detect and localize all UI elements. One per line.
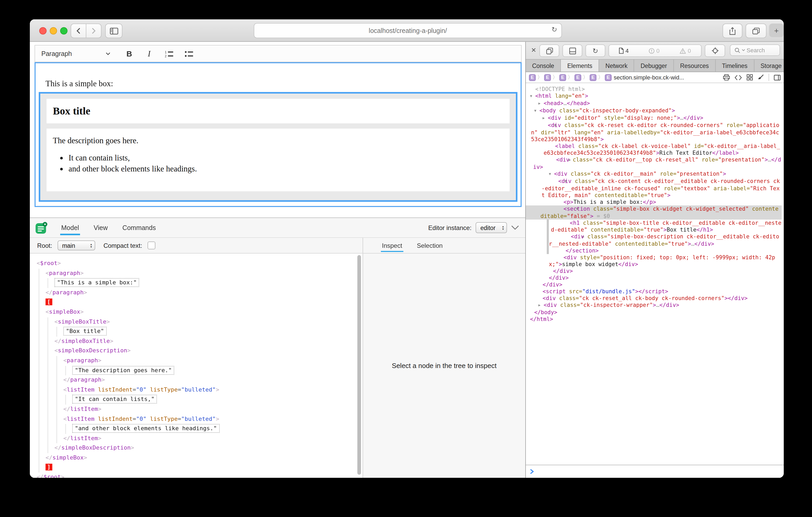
dom-tree-line[interactable]: <label class="ck ck-label ck-voice-label… — [526, 143, 782, 156]
dom-tree-line[interactable]: <script src="dist/bundle.js"></script> — [526, 288, 782, 295]
model-tree-line[interactable]: <paragraph> — [30, 356, 362, 366]
element-badge-icon[interactable]: E — [559, 74, 566, 81]
dom-tree-line[interactable]: <p>This is a simple box:</p> — [526, 199, 782, 206]
model-tree-line[interactable]: </listItem> — [30, 434, 362, 443]
devtools-tab-resources[interactable]: Resources — [674, 60, 716, 71]
dom-tree-line[interactable]: <div class="ck ck-reset_all ck-body ck-r… — [526, 295, 782, 302]
box-list[interactable]: It can contain lists,and other block ele… — [53, 153, 510, 174]
address-bar[interactable]: localhost/creating-a-plugin/ ↻ — [254, 23, 562, 38]
dom-tree-line[interactable]: ▼<section class="simple-box ck-widget ck… — [526, 206, 782, 219]
sidebar-toggle-button[interactable] — [105, 24, 122, 38]
source-code-icon[interactable] — [734, 74, 742, 80]
disclosure-open-icon[interactable]: ▼ — [543, 122, 548, 129]
editor-instance-select[interactable]: editor ▲▼ — [476, 222, 507, 233]
dom-tree-line[interactable]: ▼<div class="ck ck-editor__main" role="p… — [526, 171, 782, 178]
inspector-tab-commands[interactable]: Commands — [115, 218, 163, 237]
details-sidebar-toggle-icon[interactable] — [774, 74, 781, 80]
element-badge-icon[interactable]: E — [590, 74, 597, 81]
zoom-window-button[interactable] — [60, 27, 67, 34]
inspector-tab-model[interactable]: Model — [54, 218, 86, 237]
dom-tree-line[interactable]: ▶<div id="editor" style="display: none;"… — [526, 115, 782, 122]
disclosure-open-icon[interactable]: ▼ — [558, 206, 563, 213]
model-tree-line[interactable]: </listItem> — [30, 405, 362, 414]
italic-button[interactable]: I — [144, 48, 154, 59]
disclosure-closed-icon[interactable]: ▶ — [539, 302, 544, 309]
bulleted-list-button[interactable] — [184, 48, 194, 59]
model-tree-line[interactable]: ] — [30, 463, 362, 473]
detach-devtools-button[interactable] — [540, 44, 559, 57]
model-tree-line[interactable]: "This is a simple box:" — [30, 278, 362, 288]
model-tree-line[interactable]: "The description goes here." — [30, 366, 362, 375]
model-tree-line[interactable]: <paragraph> — [30, 268, 362, 278]
model-tree-line[interactable]: </paragraph> — [30, 375, 362, 385]
compact-text-checkbox[interactable] — [147, 242, 155, 249]
simple-box-description-panel[interactable]: The description goes here. It can contai… — [47, 129, 510, 191]
resource-summary-button[interactable]: 4 0 0 — [608, 44, 702, 57]
devtools-tab-network[interactable]: Network — [599, 60, 634, 71]
dom-tree-line[interactable]: </div> — [526, 268, 782, 274]
search-input[interactable]: Search — [730, 44, 780, 56]
inspector-pane-tab-inspect[interactable]: Inspect — [375, 238, 409, 253]
dom-tree-line[interactable]: <!DOCTYPE html> — [526, 86, 782, 93]
dom-tree-line[interactable]: ▼<div class="ck ck-content ck-editor__ed… — [526, 178, 782, 199]
dom-tree-line[interactable]: ▼<div class="ck ck-reset ck-editor ck-ro… — [526, 122, 782, 143]
dom-tree-line[interactable]: ▶<div class="simple-box-description ck-e… — [526, 233, 782, 247]
model-tree-line[interactable]: <simpleBoxDescription> — [30, 346, 362, 356]
collapse-inspector-icon[interactable] — [511, 225, 519, 230]
intro-paragraph[interactable]: This is a simple box: — [46, 79, 113, 88]
dom-tree-line[interactable]: ▼<html lang="en"> — [526, 93, 782, 100]
dom-tree-line[interactable]: ▶<div class="ck-inspector-wrapper">…</di… — [526, 302, 782, 309]
close-devtools-button[interactable]: ✕ — [531, 47, 536, 54]
root-select[interactable]: main ▲▼ — [57, 240, 95, 250]
disclosure-closed-icon[interactable]: ▶ — [543, 115, 548, 122]
dom-tree-line[interactable]: <h1 class="simple-box-title ck-editor__e… — [526, 219, 782, 233]
dom-tree-line[interactable]: ▶<head>…</head> — [526, 100, 782, 107]
devtools-tab-elements[interactable]: Elements — [561, 60, 599, 71]
devtools-tab-console[interactable]: Console — [526, 60, 561, 71]
box-list-item[interactable]: It can contain lists, — [68, 153, 510, 162]
disclosure-open-icon[interactable]: ▼ — [549, 171, 554, 178]
disclosure-closed-icon[interactable]: ▶ — [551, 157, 556, 163]
model-tree-line[interactable]: <listItem listIndent="0" listType="bulle… — [30, 385, 362, 395]
dom-tree-line[interactable]: </div> — [526, 281, 782, 288]
box-title[interactable]: Box title — [53, 105, 90, 117]
box-description[interactable]: The description goes here. — [53, 136, 510, 145]
dom-tree-line[interactable]: <div style="position: fixed; top: 0px; l… — [526, 254, 782, 268]
element-badge-icon[interactable]: E — [575, 74, 581, 81]
reload-icon[interactable]: ↻ — [551, 26, 557, 33]
model-tree-line[interactable]: </paragraph> — [30, 288, 362, 298]
scrollbar-thumb[interactable] — [357, 255, 361, 475]
back-button[interactable] — [70, 24, 86, 38]
disclosure-open-icon[interactable]: ▼ — [534, 108, 540, 115]
styles-brush-icon[interactable] — [758, 74, 764, 81]
disclosure-closed-icon[interactable]: ▶ — [539, 100, 544, 107]
model-tree-line[interactable]: "Box title" — [30, 327, 362, 336]
inspector-pane-tab-selection[interactable]: Selection — [409, 238, 450, 253]
print-icon[interactable] — [723, 74, 730, 81]
paragraph-dropdown[interactable]: Paragraph — [35, 50, 117, 57]
model-tree-line[interactable]: "It can contain lists," — [30, 395, 362, 405]
tab-overview-button[interactable] — [746, 24, 766, 38]
model-tree-line[interactable]: </$root> — [30, 473, 362, 478]
dom-tree-line[interactable]: </body> — [526, 309, 782, 316]
dom-tree-line[interactable]: </div> — [526, 274, 782, 281]
model-tree-line[interactable]: </simpleBox> — [30, 453, 362, 463]
model-tree-line[interactable]: <listItem listIndent="0" listType="bulle… — [30, 414, 362, 424]
numbered-list-button[interactable]: 12 — [164, 48, 174, 59]
inspector-tab-view[interactable]: View — [86, 218, 115, 237]
share-button[interactable] — [723, 24, 743, 38]
simple-box-title-panel[interactable]: Box title — [47, 99, 510, 123]
simple-box-widget[interactable]: Box title The description goes here. It … — [39, 92, 517, 202]
dom-tree-line[interactable]: ▶<div class="ck ck-editor__top ck-reset_… — [526, 156, 782, 171]
box-list-item[interactable]: and other block elements like headings. — [68, 164, 510, 174]
element-badge-icon[interactable]: E — [544, 74, 551, 81]
model-tree-line[interactable]: [ — [30, 298, 362, 307]
disclosure-closed-icon[interactable]: ▶ — [566, 234, 571, 240]
disclosure-open-icon[interactable]: ▼ — [530, 93, 535, 100]
model-tree-line[interactable]: <simpleBoxTitle> — [30, 317, 362, 327]
model-tree-line[interactable]: <$root> — [30, 259, 362, 268]
devtools-tab-timelines[interactable]: Timelines — [716, 60, 754, 71]
bold-button[interactable]: B — [124, 48, 135, 59]
devtools-tab-debugger[interactable]: Debugger — [634, 60, 674, 71]
new-tab-button[interactable]: + — [769, 24, 784, 37]
